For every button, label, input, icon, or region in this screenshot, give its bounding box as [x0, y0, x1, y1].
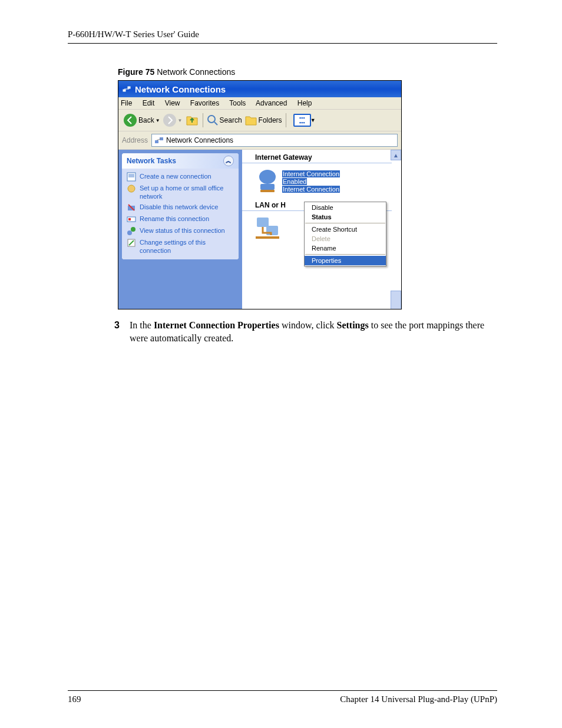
window-title: Network Connections — [135, 84, 226, 94]
screenshot-window: Network Connections File Edit View Favor… — [118, 80, 402, 309]
scroll-up-button[interactable]: ▲ — [391, 150, 401, 160]
svg-point-2 — [124, 114, 137, 127]
internet-connection-item[interactable]: Internet Connection Enabled Internet Con… — [242, 167, 401, 195]
figure-title: Network Connections — [154, 67, 235, 77]
task-label: Rename this connection — [140, 215, 209, 223]
search-button[interactable]: Search — [207, 114, 242, 126]
collapse-icon[interactable]: ︽ — [223, 156, 234, 166]
task-label: Disable this network device — [140, 203, 218, 211]
step-text-1: In the — [130, 320, 154, 330]
instruction-step: 3 In the Internet Connection Properties … — [118, 319, 497, 345]
lan-icon — [253, 215, 282, 243]
svg-point-19 — [259, 170, 276, 184]
svg-point-3 — [163, 114, 176, 127]
views-button[interactable]: ▪▪▪▪▪▪ ▼ — [293, 114, 311, 127]
home-network-icon — [127, 184, 136, 193]
menu-status[interactable]: Status — [305, 212, 386, 222]
task-setup-network[interactable]: Set up a home or small office network — [127, 184, 234, 200]
item-status: Enabled — [282, 178, 307, 185]
svg-rect-1 — [127, 86, 131, 89]
figure-caption: Figure 75 Network Connections — [118, 67, 497, 77]
menu-favorites[interactable]: Favorites — [190, 99, 219, 107]
page-number: 169 — [68, 694, 81, 704]
folders-button[interactable]: Folders — [244, 114, 282, 126]
menu-delete: Delete — [305, 234, 386, 243]
svg-rect-24 — [256, 236, 279, 239]
address-field[interactable]: Network Connections — [151, 134, 398, 147]
panel-body: Create a new connection Set up a home or… — [122, 169, 239, 259]
panel-title: Network Tasks — [127, 157, 176, 165]
svg-point-11 — [128, 185, 135, 192]
address-label: Address — [122, 136, 148, 144]
folders-label: Folders — [259, 116, 282, 124]
menu-separator — [305, 254, 385, 255]
address-icon — [154, 136, 164, 145]
toolbar: Back ▼ ▼ Search Folders ▪▪▪▪▪▪ ▼ — [118, 110, 401, 131]
menu-edit[interactable]: Edit — [143, 99, 155, 107]
back-label: Back — [138, 116, 154, 124]
svg-rect-10 — [128, 174, 134, 177]
window-titlebar[interactable]: Network Connections — [118, 81, 401, 97]
svg-point-17 — [131, 227, 135, 232]
disable-icon — [127, 203, 136, 212]
figure-number: Figure 75 — [118, 67, 154, 77]
settings-icon — [127, 238, 136, 248]
item-name: Internet Connection — [282, 170, 340, 177]
step-bold-1: Internet Connection Properties — [154, 320, 279, 330]
svg-rect-15 — [128, 218, 131, 220]
svg-rect-23 — [266, 226, 278, 235]
forward-button[interactable]: ▼ — [163, 113, 183, 127]
views-icon: ▪▪▪▪▪▪ — [299, 116, 305, 125]
status-icon — [127, 226, 136, 236]
svg-line-5 — [214, 122, 217, 125]
content-area: Network Tasks ︽ Create a new connection … — [118, 150, 401, 309]
rename-icon — [127, 215, 136, 224]
forward-icon — [163, 113, 177, 127]
task-view-status[interactable]: View status of this connection — [127, 226, 234, 236]
panel-header[interactable]: Network Tasks ︽ — [122, 153, 239, 169]
svg-rect-0 — [123, 89, 126, 92]
task-change-settings[interactable]: Change settings of this connection — [127, 238, 234, 255]
menu-separator — [305, 223, 385, 223]
menu-tools[interactable]: Tools — [229, 99, 246, 107]
step-text-2: window, click — [279, 320, 337, 330]
page-header: P-660H/HW/W-T Series User' Guide — [68, 29, 497, 44]
back-button[interactable]: Back ▼ — [123, 113, 160, 127]
scroll-thumb[interactable] — [391, 291, 401, 309]
svg-rect-21 — [260, 190, 275, 192]
task-label: Create a new connection — [140, 172, 211, 180]
task-label: View status of this connection — [140, 226, 225, 235]
items-pane[interactable]: ▲ Internet Gateway Internet Connection E… — [242, 150, 401, 309]
menu-help[interactable]: Help — [297, 99, 312, 107]
task-label: Set up a home or small office network — [140, 184, 234, 200]
folder-up-icon — [185, 113, 199, 127]
address-value: Network Connections — [166, 136, 233, 144]
task-rename-connection[interactable]: Rename this connection — [127, 215, 234, 224]
search-label: Search — [220, 116, 242, 124]
search-icon — [207, 114, 219, 126]
menu-advanced[interactable]: Advanced — [256, 99, 287, 107]
address-bar: Address Network Connections — [118, 131, 401, 150]
gateway-icon — [253, 167, 282, 195]
context-menu: Disable Status Create Shortcut Delete Re… — [304, 202, 386, 266]
group-internet-gateway: Internet Gateway — [242, 150, 392, 163]
up-button[interactable] — [185, 113, 199, 127]
menu-create-shortcut[interactable]: Create Shortcut — [305, 225, 386, 234]
menu-view[interactable]: View — [165, 99, 180, 107]
svg-point-4 — [208, 116, 215, 123]
task-disable-device[interactable]: Disable this network device — [127, 203, 234, 212]
svg-point-16 — [127, 230, 132, 235]
menu-file[interactable]: File — [121, 99, 132, 107]
step-number: 3 — [114, 319, 120, 332]
page-footer: 169 Chapter 14 Universal Plug-and-Play (… — [68, 690, 497, 704]
svg-rect-6 — [155, 140, 158, 143]
menu-disable[interactable]: Disable — [305, 203, 386, 212]
menu-rename[interactable]: Rename — [305, 243, 386, 253]
item-text: Internet Connection Enabled Internet Con… — [282, 167, 340, 193]
task-label: Change settings of this connection — [140, 238, 234, 255]
step-bold-2: Settings — [336, 320, 368, 330]
network-tasks-panel: Network Tasks ︽ Create a new connection … — [122, 153, 239, 259]
menu-properties[interactable]: Properties — [305, 256, 386, 265]
task-create-connection[interactable]: Create a new connection — [127, 172, 234, 182]
menu-bar[interactable]: File Edit View Favorites Tools Advanced … — [118, 97, 401, 110]
